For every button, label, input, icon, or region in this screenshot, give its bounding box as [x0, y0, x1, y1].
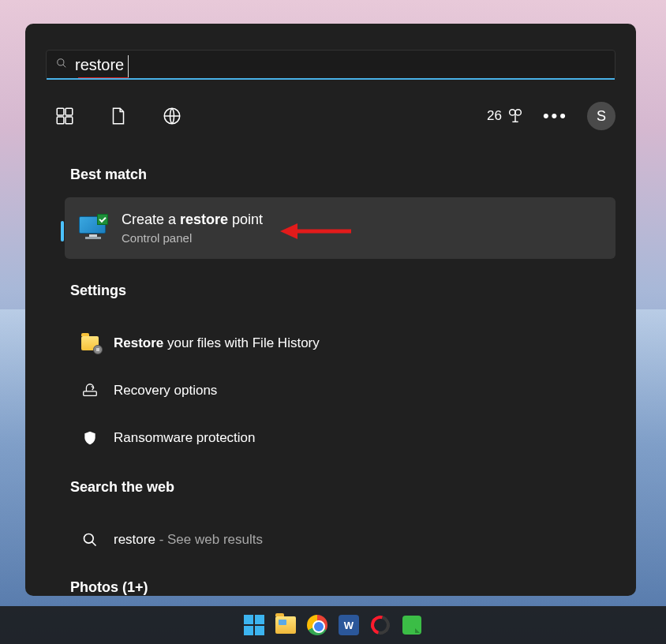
user-avatar[interactable]: S — [587, 102, 615, 130]
best-match-result[interactable]: Create a restore point Control panel — [65, 197, 615, 259]
rewards-points: 26 — [487, 108, 502, 124]
svg-point-10 — [84, 534, 94, 544]
result-label: Restore your files with File History — [114, 335, 320, 351]
recovery-icon — [80, 381, 99, 400]
section-header-web: Search the web — [70, 479, 636, 496]
svg-rect-4 — [57, 118, 64, 125]
rewards-button[interactable]: 26 — [487, 107, 524, 125]
taskbar: W — [0, 606, 666, 644]
result-label: Ransomware protection — [114, 430, 256, 446]
search-icon — [80, 530, 99, 549]
svg-point-7 — [510, 110, 515, 115]
best-match-subtitle: Control panel — [122, 231, 263, 245]
opera-icon — [368, 612, 394, 638]
chrome-icon — [307, 615, 327, 635]
filter-web-button[interactable] — [153, 97, 191, 135]
svg-rect-9 — [84, 391, 97, 396]
taskbar-word[interactable]: W — [338, 614, 360, 636]
green-app-icon — [402, 616, 421, 635]
taskbar-opera[interactable] — [369, 614, 391, 636]
selection-accent — [61, 221, 64, 242]
svg-rect-3 — [65, 109, 73, 116]
settings-result-file-history[interactable]: Restore your files with File History — [25, 326, 636, 361]
result-label: Recovery options — [114, 383, 217, 399]
taskbar-chrome[interactable] — [306, 614, 328, 636]
more-options-button[interactable]: ••• — [543, 97, 568, 135]
restore-point-icon — [79, 216, 107, 240]
section-header-photos: Photos (1+) — [70, 579, 636, 596]
word-icon: W — [339, 615, 359, 635]
svg-point-0 — [58, 59, 64, 66]
svg-rect-5 — [65, 118, 73, 125]
section-header-best-match: Best match — [70, 167, 636, 183]
best-match-title: Create a restore point — [122, 212, 263, 228]
svg-line-1 — [63, 65, 66, 68]
avatar-initial: S — [597, 108, 606, 125]
taskbar-explorer[interactable] — [275, 614, 297, 636]
settings-result-recovery[interactable]: Recovery options — [25, 373, 636, 408]
settings-result-ransomware[interactable]: Ransomware protection — [25, 421, 636, 455]
start-search-panel: 26 ••• S Best match Create a restore poi… — [25, 24, 636, 596]
filter-apps-button[interactable] — [46, 97, 84, 135]
search-box[interactable] — [46, 50, 615, 80]
folder-history-icon — [80, 334, 99, 353]
shield-icon — [80, 429, 99, 447]
search-icon — [56, 58, 67, 72]
web-result[interactable]: restore - See web results — [25, 522, 636, 557]
section-header-settings: Settings — [70, 283, 636, 299]
text-caret — [128, 55, 129, 77]
taskbar-app-green[interactable] — [401, 614, 423, 636]
result-label: restore - See web results — [114, 532, 263, 548]
search-input[interactable] — [67, 56, 605, 74]
taskbar-start-button[interactable] — [243, 614, 265, 636]
windows-logo-icon — [244, 615, 264, 635]
file-explorer-icon — [275, 616, 296, 634]
filter-row: 26 ••• S — [46, 97, 615, 135]
search-focus-underline — [47, 78, 615, 80]
svg-point-8 — [515, 110, 521, 115]
filter-documents-button[interactable] — [99, 97, 137, 135]
svg-line-11 — [92, 542, 96, 546]
svg-rect-2 — [57, 109, 64, 116]
